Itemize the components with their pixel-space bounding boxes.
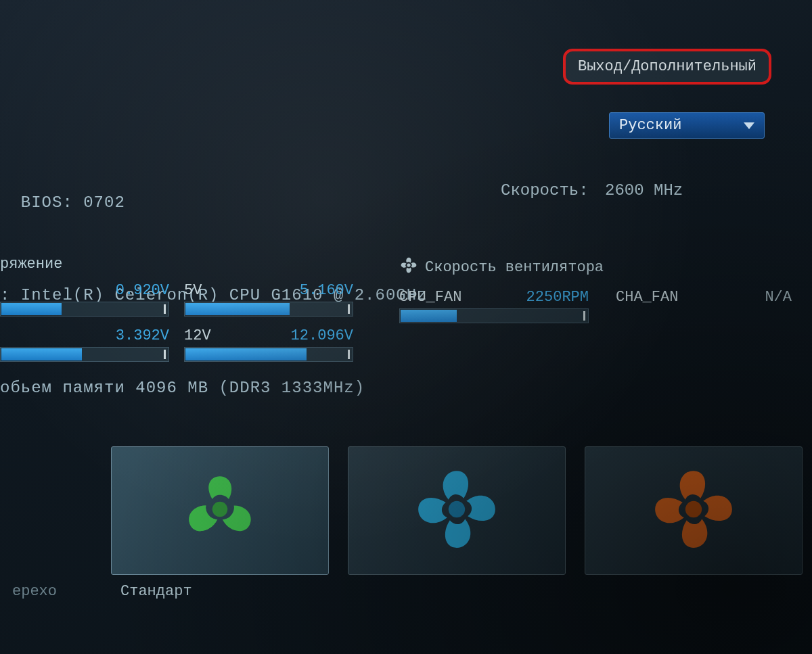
cpu-speed-readout: Скорость: 2600 MHz	[501, 181, 683, 200]
fan-profile-strip	[0, 433, 812, 588]
voltage-value: 12.096V	[291, 327, 353, 344]
voltage-meter-vcore: 0.920V	[0, 282, 169, 317]
voltage-value: 5.160V	[300, 282, 353, 299]
cha-fan-name: CHA_FAN	[616, 289, 678, 306]
cpu-fan-meter: CPU_FAN 2250RPM	[399, 289, 589, 323]
bios-version-line: BIOS: 0702	[0, 187, 428, 218]
cpu-fan-value: 2250RPM	[526, 289, 589, 306]
profile-label-orange	[575, 583, 812, 600]
voltage-title: ряжение	[0, 256, 382, 273]
voltage-name: 5V	[184, 282, 202, 299]
fan-icon-green	[179, 469, 261, 553]
memory-line: обьем памяти 4096 MB (DDR3 1333MHz)	[0, 373, 428, 404]
voltage-meter-5v: 5V 5.160V	[184, 282, 353, 317]
voltage-meter-3v: 3.392V	[0, 327, 169, 362]
fan-profile-blue[interactable]	[348, 446, 566, 575]
fan-profile-standard[interactable]	[111, 446, 329, 575]
voltage-section: ряжение 0.920V 5V 5.160V 3.392V	[0, 256, 382, 373]
fan-icon	[399, 256, 418, 279]
voltage-name: 12V	[184, 327, 211, 344]
svg-point-1	[212, 501, 228, 517]
svg-point-2	[449, 500, 465, 517]
cha-fan-meter: CHA_FAN N/A	[616, 289, 792, 323]
language-value: Русский	[619, 117, 681, 134]
fan-speed-section: Скорость вентилятора CPU_FAN 2250RPM CHA…	[399, 256, 812, 323]
fan-icon-orange	[650, 465, 738, 557]
cpu-speed-value: 2600 MHz	[605, 181, 683, 200]
cha-fan-value: N/A	[765, 289, 792, 306]
profile-label-cut: ерехо	[0, 583, 102, 600]
voltage-meter-12v: 12V 12.096V	[184, 327, 353, 362]
exit-advanced-button[interactable]: Выход/Дополнительный	[563, 49, 771, 85]
profile-label-standard: Стандарт	[102, 583, 338, 600]
svg-point-3	[685, 500, 702, 517]
cpu-fan-name: CPU_FAN	[399, 289, 461, 306]
fan-profile-labels: ерехо Стандарт	[0, 583, 812, 600]
svg-point-0	[407, 263, 410, 266]
fan-icon-blue	[413, 465, 501, 557]
cpu-speed-label: Скорость:	[501, 181, 589, 200]
fan-profile-orange[interactable]	[585, 446, 803, 575]
language-select[interactable]: Русский	[609, 112, 765, 139]
voltage-value: 0.920V	[116, 282, 169, 299]
exit-advanced-label: Выход/Дополнительный	[578, 58, 757, 75]
voltage-value: 3.392V	[116, 327, 169, 344]
profile-label-blue	[338, 583, 575, 600]
chevron-down-icon	[744, 122, 754, 129]
profile-slot-cut	[0, 433, 102, 588]
fan-speed-title: Скорость вентилятора	[399, 256, 812, 279]
